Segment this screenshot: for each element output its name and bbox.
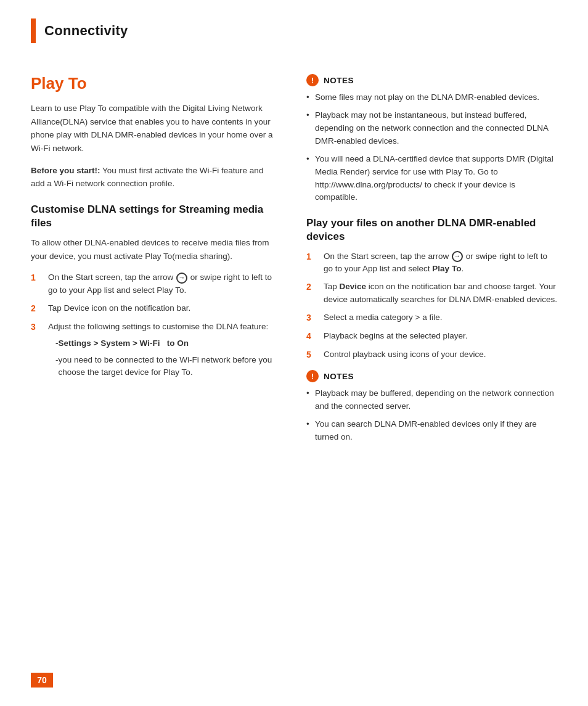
step-num-3-left: 3 <box>31 321 44 334</box>
sub-item-2: you need to be connected to the Wi-Fi ne… <box>48 354 276 380</box>
step-num-1-right: 1 <box>306 250 320 264</box>
step-1-right-text: On the Start screen, tap the arrow → or … <box>324 250 557 276</box>
header-bar-icon <box>31 18 36 43</box>
step-3-left: 3 Adjust the following settings to custo… <box>31 321 276 384</box>
notes-top-icon: ! <box>306 74 319 86</box>
page: Connectivity Play To Learn to use Play T… <box>0 0 588 706</box>
steps-list-right: 1 On the Start screen, tap the arrow → o… <box>306 250 557 362</box>
sub-item-1: Settings > System > Wi-Fi to On <box>48 337 276 350</box>
header-title: Connectivity <box>44 23 128 39</box>
step-3-left-text: Adjust the following settings to customi… <box>48 321 276 384</box>
step-2-right-text: Tap Device icon on the notification bar … <box>324 281 557 306</box>
steps-list-left: 1 On the Start screen, tap the arrow → o… <box>31 271 276 383</box>
notes-bottom-item-1: Playback may be buffered, depending on t… <box>306 387 557 413</box>
left-column: Play To Learn to use Play To compatible … <box>31 74 294 456</box>
notes-top-item-2: Playback may not be instantaneous, but i… <box>306 109 557 148</box>
right-column: ! NOTES Some files may not play on the D… <box>294 74 557 456</box>
notes-bottom-list: Playback may be buffered, depending on t… <box>306 387 557 444</box>
before-you-start-label: Before you start!: <box>31 166 100 175</box>
sub-items-step3: Settings > System > Wi-Fi to On you need… <box>48 337 276 380</box>
step-2-left-text: Tap Device icon on the notification bar. <box>48 302 276 315</box>
notes-bottom-block: ! NOTES Playback may be buffered, depend… <box>306 370 557 444</box>
before-you-start: Before you start!: You must first activa… <box>31 164 276 191</box>
step-5-right-text: Control playback using icons of your dev… <box>324 348 557 361</box>
arrow-right-icon-2: → <box>452 251 463 262</box>
page-number: 70 <box>31 673 53 688</box>
subsection-title-left: Customise DLNA settings for Streaming me… <box>31 203 276 230</box>
notes-top-item-3: You will need a DLNA-certified device th… <box>306 153 557 205</box>
step-num-2-left: 2 <box>31 302 44 316</box>
notes-bottom-header: ! NOTES <box>306 370 557 382</box>
notes-bottom-icon: ! <box>306 370 319 382</box>
step-5-right: 5 Control playback using icons of your d… <box>306 348 557 362</box>
step-num-2-right: 2 <box>306 281 320 294</box>
step-3-right-text: Select a media category > a file. <box>324 311 557 324</box>
step-4-right-text: Playback begins at the selected player. <box>324 330 557 343</box>
step-num-4-right: 4 <box>306 330 320 343</box>
arrow-right-icon: → <box>176 273 187 284</box>
step-num-5-right: 5 <box>306 348 320 362</box>
notes-top-header: ! NOTES <box>306 74 557 86</box>
step-2-right: 2 Tap Device icon on the notification ba… <box>306 281 557 306</box>
notes-top-list: Some files may not play on the DLNA DMR-… <box>306 91 557 204</box>
section-intro: Learn to use Play To compatible with the… <box>31 102 276 155</box>
section-title: Play To <box>31 74 276 93</box>
notes-top-item-1: Some files may not play on the DLNA DMR-… <box>306 91 557 104</box>
header: Connectivity <box>0 0 588 55</box>
subsection-title-right: Play your files on another DLNA DMR-enab… <box>306 216 557 244</box>
notes-top-label: NOTES <box>324 76 354 85</box>
step-3-right: 3 Select a media category > a file. <box>306 311 557 325</box>
step-1-left: 1 On the Start screen, tap the arrow → o… <box>31 271 276 297</box>
step-1-right: 1 On the Start screen, tap the arrow → o… <box>306 250 557 276</box>
step-4-right: 4 Playback begins at the selected player… <box>306 330 557 343</box>
step-2-left: 2 Tap Device icon on the notification ba… <box>31 302 276 316</box>
main-content: Play To Learn to use Play To compatible … <box>0 55 588 481</box>
step-num-1-left: 1 <box>31 271 44 285</box>
step-1-left-text: On the Start screen, tap the arrow → or … <box>48 271 276 297</box>
notes-bottom-label: NOTES <box>324 372 354 381</box>
notes-top-block: ! NOTES Some files may not play on the D… <box>306 74 557 204</box>
notes-bottom-item-2: You can search DLNA DMR-enabled devices … <box>306 418 557 444</box>
subsection-intro-left: To allow other DLNA-enabled devices to r… <box>31 236 276 263</box>
step-num-3-right: 3 <box>306 311 320 325</box>
